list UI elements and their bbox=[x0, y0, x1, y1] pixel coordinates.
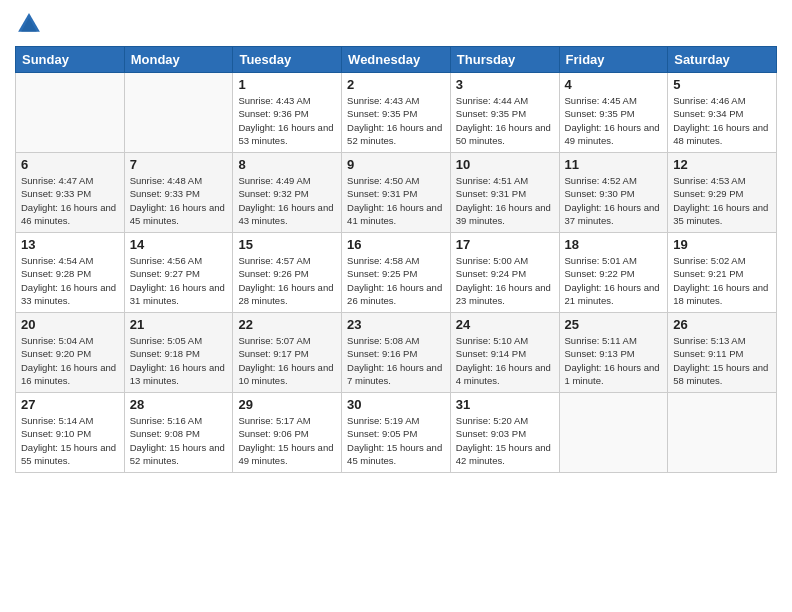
calendar-cell: 8Sunrise: 4:49 AM Sunset: 9:32 PM Daylig… bbox=[233, 153, 342, 233]
day-info: Sunrise: 5:01 AM Sunset: 9:22 PM Dayligh… bbox=[565, 254, 663, 307]
day-number: 4 bbox=[565, 77, 663, 92]
week-row-1: 1Sunrise: 4:43 AM Sunset: 9:36 PM Daylig… bbox=[16, 73, 777, 153]
calendar-cell: 5Sunrise: 4:46 AM Sunset: 9:34 PM Daylig… bbox=[668, 73, 777, 153]
day-info: Sunrise: 5:00 AM Sunset: 9:24 PM Dayligh… bbox=[456, 254, 554, 307]
week-row-4: 20Sunrise: 5:04 AM Sunset: 9:20 PM Dayli… bbox=[16, 313, 777, 393]
calendar-cell bbox=[16, 73, 125, 153]
day-number: 29 bbox=[238, 397, 336, 412]
day-number: 28 bbox=[130, 397, 228, 412]
day-number: 18 bbox=[565, 237, 663, 252]
day-info: Sunrise: 5:13 AM Sunset: 9:11 PM Dayligh… bbox=[673, 334, 771, 387]
calendar-cell: 20Sunrise: 5:04 AM Sunset: 9:20 PM Dayli… bbox=[16, 313, 125, 393]
calendar-cell: 14Sunrise: 4:56 AM Sunset: 9:27 PM Dayli… bbox=[124, 233, 233, 313]
calendar-cell: 22Sunrise: 5:07 AM Sunset: 9:17 PM Dayli… bbox=[233, 313, 342, 393]
day-info: Sunrise: 5:19 AM Sunset: 9:05 PM Dayligh… bbox=[347, 414, 445, 467]
week-row-2: 6Sunrise: 4:47 AM Sunset: 9:33 PM Daylig… bbox=[16, 153, 777, 233]
week-row-3: 13Sunrise: 4:54 AM Sunset: 9:28 PM Dayli… bbox=[16, 233, 777, 313]
day-info: Sunrise: 4:51 AM Sunset: 9:31 PM Dayligh… bbox=[456, 174, 554, 227]
day-number: 3 bbox=[456, 77, 554, 92]
day-number: 16 bbox=[347, 237, 445, 252]
calendar-cell bbox=[124, 73, 233, 153]
weekday-header-friday: Friday bbox=[559, 47, 668, 73]
week-row-5: 27Sunrise: 5:14 AM Sunset: 9:10 PM Dayli… bbox=[16, 393, 777, 473]
calendar-cell: 16Sunrise: 4:58 AM Sunset: 9:25 PM Dayli… bbox=[342, 233, 451, 313]
day-number: 12 bbox=[673, 157, 771, 172]
header bbox=[15, 10, 777, 38]
day-number: 1 bbox=[238, 77, 336, 92]
calendar-cell: 17Sunrise: 5:00 AM Sunset: 9:24 PM Dayli… bbox=[450, 233, 559, 313]
calendar-cell: 7Sunrise: 4:48 AM Sunset: 9:33 PM Daylig… bbox=[124, 153, 233, 233]
weekday-header-tuesday: Tuesday bbox=[233, 47, 342, 73]
calendar-cell: 31Sunrise: 5:20 AM Sunset: 9:03 PM Dayli… bbox=[450, 393, 559, 473]
day-info: Sunrise: 4:43 AM Sunset: 9:35 PM Dayligh… bbox=[347, 94, 445, 147]
day-number: 10 bbox=[456, 157, 554, 172]
day-info: Sunrise: 5:04 AM Sunset: 9:20 PM Dayligh… bbox=[21, 334, 119, 387]
calendar-cell: 23Sunrise: 5:08 AM Sunset: 9:16 PM Dayli… bbox=[342, 313, 451, 393]
day-number: 31 bbox=[456, 397, 554, 412]
day-number: 25 bbox=[565, 317, 663, 332]
day-info: Sunrise: 5:05 AM Sunset: 9:18 PM Dayligh… bbox=[130, 334, 228, 387]
day-number: 24 bbox=[456, 317, 554, 332]
day-number: 19 bbox=[673, 237, 771, 252]
calendar-table: SundayMondayTuesdayWednesdayThursdayFrid… bbox=[15, 46, 777, 473]
weekday-header-saturday: Saturday bbox=[668, 47, 777, 73]
day-info: Sunrise: 4:48 AM Sunset: 9:33 PM Dayligh… bbox=[130, 174, 228, 227]
calendar-cell: 10Sunrise: 4:51 AM Sunset: 9:31 PM Dayli… bbox=[450, 153, 559, 233]
calendar-cell: 9Sunrise: 4:50 AM Sunset: 9:31 PM Daylig… bbox=[342, 153, 451, 233]
day-info: Sunrise: 5:11 AM Sunset: 9:13 PM Dayligh… bbox=[565, 334, 663, 387]
day-info: Sunrise: 4:50 AM Sunset: 9:31 PM Dayligh… bbox=[347, 174, 445, 227]
page: SundayMondayTuesdayWednesdayThursdayFrid… bbox=[0, 0, 792, 488]
calendar-cell: 18Sunrise: 5:01 AM Sunset: 9:22 PM Dayli… bbox=[559, 233, 668, 313]
day-number: 21 bbox=[130, 317, 228, 332]
day-number: 20 bbox=[21, 317, 119, 332]
day-info: Sunrise: 4:57 AM Sunset: 9:26 PM Dayligh… bbox=[238, 254, 336, 307]
calendar-cell: 24Sunrise: 5:10 AM Sunset: 9:14 PM Dayli… bbox=[450, 313, 559, 393]
calendar-cell: 2Sunrise: 4:43 AM Sunset: 9:35 PM Daylig… bbox=[342, 73, 451, 153]
calendar-cell: 1Sunrise: 4:43 AM Sunset: 9:36 PM Daylig… bbox=[233, 73, 342, 153]
calendar-cell bbox=[668, 393, 777, 473]
day-info: Sunrise: 5:08 AM Sunset: 9:16 PM Dayligh… bbox=[347, 334, 445, 387]
day-info: Sunrise: 5:02 AM Sunset: 9:21 PM Dayligh… bbox=[673, 254, 771, 307]
calendar-cell: 27Sunrise: 5:14 AM Sunset: 9:10 PM Dayli… bbox=[16, 393, 125, 473]
day-info: Sunrise: 4:49 AM Sunset: 9:32 PM Dayligh… bbox=[238, 174, 336, 227]
calendar-cell: 29Sunrise: 5:17 AM Sunset: 9:06 PM Dayli… bbox=[233, 393, 342, 473]
day-number: 26 bbox=[673, 317, 771, 332]
calendar-cell: 28Sunrise: 5:16 AM Sunset: 9:08 PM Dayli… bbox=[124, 393, 233, 473]
day-number: 9 bbox=[347, 157, 445, 172]
day-number: 14 bbox=[130, 237, 228, 252]
day-number: 22 bbox=[238, 317, 336, 332]
day-info: Sunrise: 5:17 AM Sunset: 9:06 PM Dayligh… bbox=[238, 414, 336, 467]
day-number: 8 bbox=[238, 157, 336, 172]
day-info: Sunrise: 4:43 AM Sunset: 9:36 PM Dayligh… bbox=[238, 94, 336, 147]
day-info: Sunrise: 5:07 AM Sunset: 9:17 PM Dayligh… bbox=[238, 334, 336, 387]
day-info: Sunrise: 4:44 AM Sunset: 9:35 PM Dayligh… bbox=[456, 94, 554, 147]
day-number: 15 bbox=[238, 237, 336, 252]
weekday-header-monday: Monday bbox=[124, 47, 233, 73]
day-info: Sunrise: 4:56 AM Sunset: 9:27 PM Dayligh… bbox=[130, 254, 228, 307]
weekday-header-row: SundayMondayTuesdayWednesdayThursdayFrid… bbox=[16, 47, 777, 73]
logo-icon bbox=[15, 10, 43, 38]
calendar-cell: 25Sunrise: 5:11 AM Sunset: 9:13 PM Dayli… bbox=[559, 313, 668, 393]
day-info: Sunrise: 4:58 AM Sunset: 9:25 PM Dayligh… bbox=[347, 254, 445, 307]
calendar-cell: 12Sunrise: 4:53 AM Sunset: 9:29 PM Dayli… bbox=[668, 153, 777, 233]
day-number: 2 bbox=[347, 77, 445, 92]
day-info: Sunrise: 5:16 AM Sunset: 9:08 PM Dayligh… bbox=[130, 414, 228, 467]
day-info: Sunrise: 4:54 AM Sunset: 9:28 PM Dayligh… bbox=[21, 254, 119, 307]
calendar-cell: 3Sunrise: 4:44 AM Sunset: 9:35 PM Daylig… bbox=[450, 73, 559, 153]
day-number: 30 bbox=[347, 397, 445, 412]
day-info: Sunrise: 4:52 AM Sunset: 9:30 PM Dayligh… bbox=[565, 174, 663, 227]
day-info: Sunrise: 4:45 AM Sunset: 9:35 PM Dayligh… bbox=[565, 94, 663, 147]
day-number: 17 bbox=[456, 237, 554, 252]
day-info: Sunrise: 5:14 AM Sunset: 9:10 PM Dayligh… bbox=[21, 414, 119, 467]
day-number: 27 bbox=[21, 397, 119, 412]
day-number: 7 bbox=[130, 157, 228, 172]
day-number: 13 bbox=[21, 237, 119, 252]
day-info: Sunrise: 4:47 AM Sunset: 9:33 PM Dayligh… bbox=[21, 174, 119, 227]
calendar-cell: 11Sunrise: 4:52 AM Sunset: 9:30 PM Dayli… bbox=[559, 153, 668, 233]
day-number: 23 bbox=[347, 317, 445, 332]
day-number: 11 bbox=[565, 157, 663, 172]
calendar-cell: 26Sunrise: 5:13 AM Sunset: 9:11 PM Dayli… bbox=[668, 313, 777, 393]
calendar-cell bbox=[559, 393, 668, 473]
weekday-header-wednesday: Wednesday bbox=[342, 47, 451, 73]
weekday-header-sunday: Sunday bbox=[16, 47, 125, 73]
